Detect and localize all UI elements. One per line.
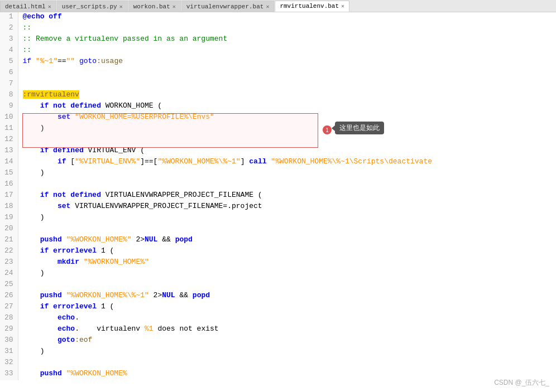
tab-label: detail.html xyxy=(5,3,46,10)
line-number: 30 xyxy=(0,336,18,347)
table-row: 5 if "%~1"=="" goto:usage xyxy=(0,57,556,68)
line-content: :: xyxy=(18,23,556,35)
line-number: 32 xyxy=(0,358,18,369)
line-content xyxy=(18,68,556,79)
line-number: 18 xyxy=(0,202,18,213)
line-content: if "%~1"=="" goto:usage xyxy=(18,57,556,68)
line-number: 21 xyxy=(0,235,18,246)
table-row: 31 ) xyxy=(0,347,556,358)
line-number: 1 xyxy=(0,12,18,23)
table-row: 27 if errorlevel 1 ( xyxy=(0,302,556,313)
tab-user-scripts[interactable]: user_scripts.py ✕ xyxy=(57,1,128,12)
line-content: :rmvirtualenv xyxy=(18,90,556,101)
tab-close-icon[interactable]: ✕ xyxy=(341,3,344,9)
table-row: 17 if not defined VIRTUALENVWRAPPER_PROJ… xyxy=(0,191,556,202)
line-content: ) xyxy=(18,213,556,224)
line-number: 2 xyxy=(0,23,18,35)
table-row: 4 :: xyxy=(0,46,556,57)
table-row: 23 mkdir "%WORKON_HOME%" xyxy=(0,258,556,269)
table-row: 30 goto:eof xyxy=(0,336,556,347)
line-content: goto:eof xyxy=(18,336,556,347)
tab-label: workon.bat xyxy=(133,3,170,10)
line-number: 16 xyxy=(0,180,18,191)
line-number: 24 xyxy=(0,269,18,280)
line-content: ) xyxy=(18,269,556,280)
line-content xyxy=(18,280,556,291)
line-number: 19 xyxy=(0,213,18,224)
table-row: 13 if defined VIRTUAL_ENV ( xyxy=(0,146,556,157)
line-number: 20 xyxy=(0,224,18,235)
line-content: set VIRTUALENVWRAPPER_PROJECT_FILENAME=.… xyxy=(18,202,556,213)
table-row: 20 xyxy=(0,224,556,235)
tab-label: user_scripts.py xyxy=(62,3,117,10)
table-row: 9 if not defined WORKON_HOME ( xyxy=(0,101,556,113)
line-number: 33 xyxy=(0,369,18,380)
code-area: 1 这里也是如此 1 @echo off 2 :: 3 :: Remove a … xyxy=(0,12,556,392)
table-row: 19 ) xyxy=(0,213,556,224)
tab-close-icon[interactable]: ✕ xyxy=(119,3,123,10)
table-row: 21 pushd "%WORKON_HOME%" 2>NUL && popd xyxy=(0,235,556,246)
line-number: 27 xyxy=(0,302,18,313)
tab-close-icon[interactable]: ✕ xyxy=(266,3,269,10)
tab-close-icon[interactable]: ✕ xyxy=(48,3,51,10)
table-row: 24 ) xyxy=(0,269,556,280)
line-content: ) xyxy=(18,347,556,358)
line-number: 9 xyxy=(0,101,18,113)
tab-detail-html[interactable]: detail.html ✕ xyxy=(0,1,56,12)
tab-workon[interactable]: workon.bat ✕ xyxy=(128,1,181,12)
line-number: 8 xyxy=(0,90,18,101)
table-row: 8 :rmvirtualenv xyxy=(0,90,556,101)
table-row: 29 echo. virtualenv %1 does not exist xyxy=(0,325,556,336)
table-row: 16 xyxy=(0,180,556,191)
tab-rmvirtualenv[interactable]: rmvirtualenv.bat ✕ xyxy=(275,1,349,12)
table-row: 1 @echo off xyxy=(0,12,556,23)
table-row: 6 xyxy=(0,68,556,79)
line-number: 17 xyxy=(0,191,18,202)
line-number: 6 xyxy=(0,68,18,79)
line-content: if ["%VIRTUAL_ENV%"]==["%WORKON_HOME%\%~… xyxy=(18,157,556,168)
table-row: 26 pushd "%WORKON_HOME%\%~1" 2>NUL && po… xyxy=(0,291,556,302)
line-content xyxy=(18,79,556,90)
line-content: :: Remove a virtualenv passed in as an a… xyxy=(18,35,556,46)
line-content xyxy=(18,358,556,369)
line-content xyxy=(18,224,556,235)
line-content: pushd "%WORKON_HOME% xyxy=(18,369,556,380)
line-content: if defined VIRTUAL_ENV ( xyxy=(18,146,556,157)
line-number: 5 xyxy=(0,57,18,68)
line-content: @echo off xyxy=(18,12,556,23)
table-row: 14 if ["%VIRTUAL_ENV%"]==["%WORKON_HOME%… xyxy=(0,157,556,168)
line-content: echo. xyxy=(18,313,556,325)
line-number: 4 xyxy=(0,46,18,57)
line-number: 26 xyxy=(0,291,18,302)
line-content: :: xyxy=(18,46,556,57)
watermark: CSDN @_伍六七_ xyxy=(494,378,549,388)
line-content: ) xyxy=(18,168,556,180)
code-table: 1 @echo off 2 :: 3 :: Remove a virtualen… xyxy=(0,12,556,380)
line-content: echo. virtualenv %1 does not exist xyxy=(18,325,556,336)
tab-label: virtualenvwrapper.bat xyxy=(186,3,264,10)
line-number: 22 xyxy=(0,246,18,258)
annotation-text: 这里也是如此 xyxy=(339,124,380,132)
line-number: 15 xyxy=(0,168,18,180)
line-number: 31 xyxy=(0,347,18,358)
table-row: 32 xyxy=(0,358,556,369)
annotation-bubble: 这里也是如此 xyxy=(335,122,384,134)
line-content: if not defined WORKON_HOME ( xyxy=(18,101,556,113)
line-number: 10 xyxy=(0,113,18,124)
tab-virtualenvwrapper[interactable]: virtualenvwrapper.bat ✕ xyxy=(181,1,275,12)
line-number: 11 xyxy=(0,124,18,135)
line-content: if errorlevel 1 ( xyxy=(18,246,556,258)
table-row: 33 pushd "%WORKON_HOME% xyxy=(0,369,556,380)
tab-close-icon[interactable]: ✕ xyxy=(172,3,176,10)
annotation-badge: 1 xyxy=(323,125,332,134)
tab-label: rmvirtualenv.bat xyxy=(280,3,339,9)
editor-window: detail.html ✕ user_scripts.py ✕ workon.b… xyxy=(0,0,556,392)
table-row: 3 :: Remove a virtualenv passed in as an… xyxy=(0,35,556,46)
line-number: 7 xyxy=(0,79,18,90)
line-number: 14 xyxy=(0,157,18,168)
line-number: 12 xyxy=(0,135,18,146)
line-content: pushd "%WORKON_HOME%" 2>NUL && popd xyxy=(18,235,556,246)
line-content: if not defined VIRTUALENVWRAPPER_PROJECT… xyxy=(18,191,556,202)
line-content: mkdir "%WORKON_HOME%" xyxy=(18,258,556,269)
line-number: 23 xyxy=(0,258,18,269)
